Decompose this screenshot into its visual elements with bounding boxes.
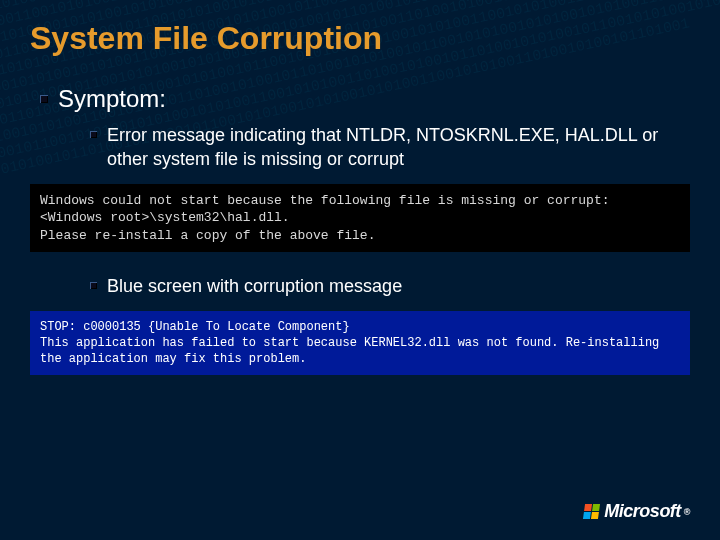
bsod-console: STOP: c0000135 {Unable To Locate Compone… (30, 311, 690, 376)
brand-text: Microsoft (604, 501, 681, 522)
microsoft-logo: Microsoft® (584, 501, 690, 522)
list-item: Error message indicating that NTLDR, NTO… (90, 123, 690, 172)
slide-content: System File Corruption Symptom: Error me… (0, 0, 720, 540)
trademark-icon: ® (684, 507, 690, 517)
bullet-icon (90, 131, 97, 138)
list-item: Blue screen with corruption message (90, 274, 690, 298)
dos-error-console: Windows could not start because the foll… (30, 184, 690, 253)
symptom-detail-2: Blue screen with corruption message (107, 274, 402, 298)
symptom-detail-1: Error message indicating that NTLDR, NTO… (107, 123, 690, 172)
symptom-heading: Symptom: (58, 85, 166, 113)
bullet-icon (40, 95, 48, 103)
bullet-icon (90, 282, 97, 289)
slide-title: System File Corruption (30, 20, 690, 57)
list-item: Symptom: (40, 85, 690, 113)
windows-flag-icon (583, 504, 600, 519)
